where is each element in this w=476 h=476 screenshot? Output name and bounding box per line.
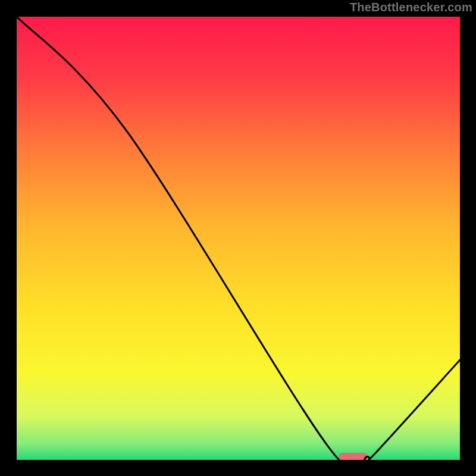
gradient-background: [15, 15, 461, 461]
bottleneck-chart: [14, 14, 462, 462]
chart-svg: [14, 14, 462, 462]
attribution-label: TheBottlenecker.com: [350, 0, 472, 14]
optimal-marker: [339, 453, 368, 461]
